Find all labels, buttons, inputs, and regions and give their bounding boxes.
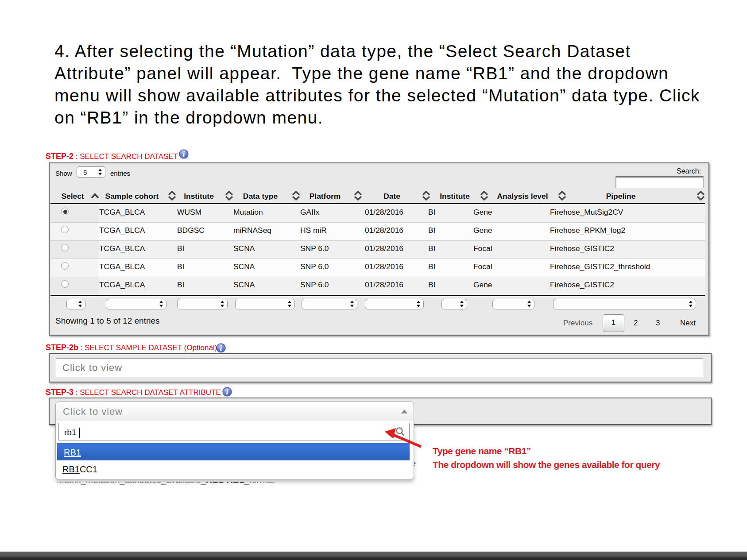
svg-text:i: i	[226, 387, 228, 396]
svg-text:i: i	[182, 150, 185, 158]
svg-text:i: i	[220, 344, 222, 352]
